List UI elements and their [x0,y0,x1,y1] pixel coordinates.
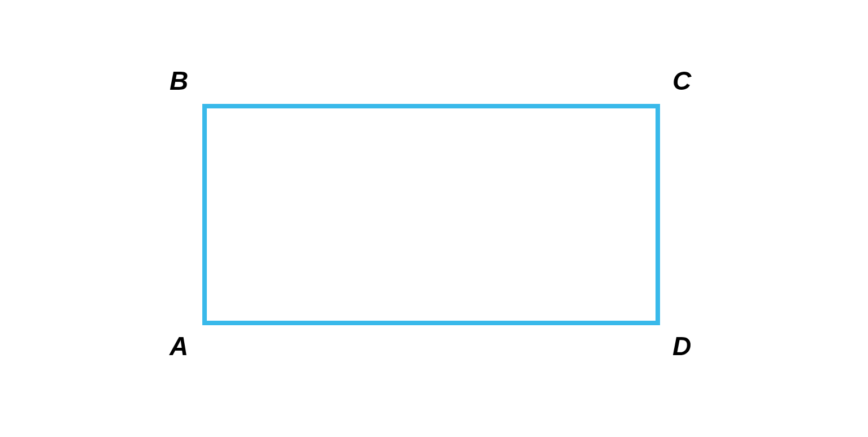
vertex-label-bottom-left: A [170,333,188,359]
vertex-label-bottom-right: D [672,333,691,359]
diagram-canvas: B C A D [0,0,868,437]
rectangle-shape [202,104,660,325]
vertex-label-top-right: C [672,68,691,94]
vertex-label-top-left: B [170,68,188,94]
